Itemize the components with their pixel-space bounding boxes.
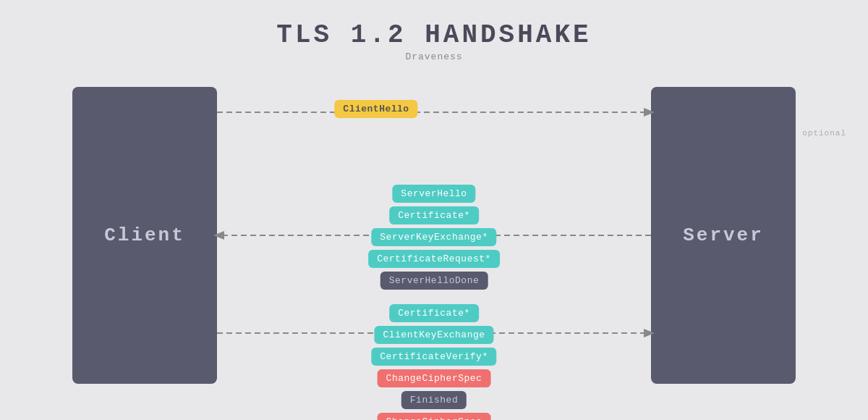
change-cipher-spec2-label: ChangeCipherSpec [378,413,491,420]
client-box: Client [72,87,217,384]
client-label: Client [104,224,185,246]
subtitle: Draveness [276,51,591,62]
change-cipher-spec1-label: ChangeCipherSpec [378,369,491,387]
certificate-request-label: CertificateRequest* [368,250,500,268]
certificate2-label: Certificate* [389,304,479,322]
server-label: Server [683,224,764,246]
certificate1-label: Certificate* [389,206,479,224]
client-hello-label: ClientHello [334,100,417,118]
server-hello-label: ServerHello [392,185,475,203]
server-hello-done-label: ServerHelloDone [380,272,488,290]
server-key-exchange-label: ServerKeyExchange* [371,228,496,246]
certificate-verify-label: CertificateVerify* [371,348,496,366]
finished1-label: Finished [401,391,467,409]
client-key-exchange-label: ClientKeyExchange [374,326,493,344]
server-box: Server [651,87,796,384]
header: TLS 1.2 HANDSHAKE Draveness [276,20,591,62]
main-title: TLS 1.2 HANDSHAKE [276,20,591,50]
